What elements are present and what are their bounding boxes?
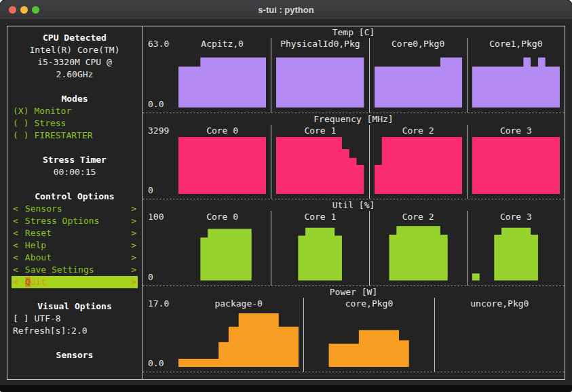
chart-column: Core 0	[174, 125, 271, 199]
y-axis: 63.0 0.0	[142, 38, 174, 113]
chart-column: Core 3	[467, 125, 565, 199]
window-bottom-edge	[0, 385, 572, 392]
traffic-lights	[9, 0, 39, 20]
y-axis: 3299 0	[142, 125, 174, 199]
section-title: Temp [C]	[142, 26, 565, 38]
section-util: Util [%] 100 0 Core 0Core 1Core 2Core 3	[142, 199, 565, 286]
chart-column-label: Core 0	[174, 125, 271, 136]
minimize-button[interactable]	[20, 6, 28, 14]
chart-column-label: Core 2	[370, 211, 467, 222]
bar-graph	[271, 136, 368, 199]
control-option-sensors[interactable]: <Sensors>	[12, 203, 138, 215]
utf8-checkbox[interactable]: [ ]UTF-8	[12, 313, 138, 325]
mode-label: FIRESTARTER	[34, 130, 92, 140]
control-option-quit[interactable]: <Quit>	[12, 276, 138, 288]
mode-option-stress[interactable]: ( )Stress	[12, 117, 138, 130]
axis-min-label: 0.0	[148, 357, 174, 370]
right-arrow-icon: >	[131, 227, 136, 239]
chart-column-label: PhysicalId0,Pkg	[271, 38, 368, 50]
section-columns: package-0core,Pkg0uncore,Pkg0	[174, 298, 565, 372]
zoom-button[interactable]	[32, 6, 39, 14]
right-arrow-icon: >	[131, 239, 136, 252]
control-option-stress-options[interactable]: <Stress Options>	[12, 215, 138, 227]
left-arrow-icon: <	[13, 252, 18, 264]
chart-column: Core 0	[174, 211, 271, 286]
text-cursor: Q	[25, 277, 31, 287]
control-label: Stress Options	[25, 215, 131, 227]
section-title: Frequency [MHz]	[142, 113, 565, 125]
chart-column-label: uncore,Pkg0	[435, 298, 565, 309]
terminal-window: s-tui : python CPU Detected Intel(R) Cor…	[0, 0, 572, 392]
left-arrow-icon: <	[13, 276, 18, 288]
right-arrow-icon: >	[131, 276, 136, 288]
bar-graph	[468, 50, 565, 113]
refresh-rate-field[interactable]: Refresh[s]:2.0	[12, 325, 138, 337]
chart-column-label: Acpitz,0	[174, 38, 271, 50]
bar-graph	[370, 222, 467, 286]
axis-max-label: 63.0	[148, 38, 174, 50]
mode-option-monitor[interactable]: (X)Monitor	[12, 105, 138, 117]
chart-column-label: Core 2	[370, 125, 467, 136]
chart-column: uncore,Pkg0	[434, 298, 565, 372]
chart-column-label: Core1,Pkg0	[468, 38, 565, 50]
cpu-name-line: 2.60GHz	[12, 68, 138, 81]
control-label: Help	[25, 239, 131, 252]
chart-column: Core 3	[467, 211, 565, 286]
control-option-about[interactable]: <About>	[12, 252, 138, 264]
chart-column: Core1,Pkg0	[467, 38, 565, 113]
control-options-header: Control Options	[12, 191, 138, 203]
utf8-label: UTF-8	[34, 313, 60, 324]
sidebar: CPU Detected Intel(R) Core(TM) i5-3320M …	[7, 26, 142, 379]
cpu-name-line: i5-3320M CPU @	[12, 56, 138, 68]
window-title: s-tui : python	[258, 5, 313, 15]
axis-max-label: 3299	[148, 125, 174, 137]
close-button[interactable]	[9, 6, 16, 14]
control-label: About	[25, 252, 131, 264]
chart-column: Core0,Pkg0	[369, 38, 467, 113]
bar-graph	[271, 222, 368, 286]
bar-graph	[468, 222, 565, 286]
chart-column-label: Core 3	[468, 211, 565, 222]
y-axis: 100 0	[142, 211, 174, 286]
section-frequency-mhz: Frequency [MHz] 3299 0 Core 0Core 1Core …	[142, 113, 565, 200]
section-power-w: Power [W] 17.0 0.0 package-0core,Pkg0unc…	[142, 286, 565, 373]
section-temp-c: Temp [C] 63.0 0.0 Acpitz,0PhysicalId0,Pk…	[142, 26, 565, 113]
control-option-save-settings[interactable]: <Save Settings>	[12, 264, 138, 276]
left-arrow-icon: <	[13, 264, 18, 276]
section-title: Util [%]	[142, 199, 565, 211]
axis-min-label: 0	[148, 271, 174, 283]
chart-column: Acpitz,0	[174, 38, 271, 113]
chart-column: Core 2	[369, 125, 467, 199]
mode-label: Stress	[34, 118, 66, 128]
bar-graph	[174, 136, 271, 199]
right-arrow-icon: >	[131, 215, 136, 227]
section-columns: Core 0Core 1Core 2Core 3	[174, 125, 565, 199]
control-label: Quit	[25, 276, 131, 288]
charts-area: Temp [C] 63.0 0.0 Acpitz,0PhysicalId0,Pk…	[142, 26, 565, 379]
bar-graph	[370, 136, 467, 199]
control-option-reset[interactable]: <Reset>	[12, 227, 138, 239]
mode-label: Monitor	[34, 106, 71, 116]
cpu-detected-header: CPU Detected	[12, 32, 138, 44]
chart-column-label: Core 1	[271, 211, 368, 222]
bar-graph	[271, 50, 368, 113]
right-arrow-icon: >	[131, 203, 136, 215]
left-arrow-icon: <	[13, 239, 18, 252]
bar-graph	[435, 309, 565, 372]
section-columns: Acpitz,0PhysicalId0,PkgCore0,Pkg0Core1,P…	[174, 38, 565, 113]
chart-column: Core 2	[369, 211, 467, 286]
bar-graph	[370, 50, 467, 113]
terminal-content: CPU Detected Intel(R) Core(TM) i5-3320M …	[7, 26, 565, 380]
section-title: Power [W]	[142, 286, 565, 298]
axis-max-label: 100	[148, 211, 174, 223]
bar-graph	[304, 309, 434, 372]
checkbox-unchecked-icon: [ ]	[13, 313, 28, 324]
chart-column-label: Core 1	[271, 125, 368, 136]
control-option-help[interactable]: <Help>	[12, 239, 138, 252]
axis-min-label: 0	[148, 184, 174, 197]
mode-option-firestarter[interactable]: ( )FIRESTARTER	[12, 130, 138, 142]
left-arrow-icon: <	[13, 215, 18, 227]
chart-column: PhysicalId0,Pkg	[271, 38, 368, 113]
modes-header: Modes	[12, 93, 138, 105]
chart-column: Core 1	[271, 125, 368, 199]
